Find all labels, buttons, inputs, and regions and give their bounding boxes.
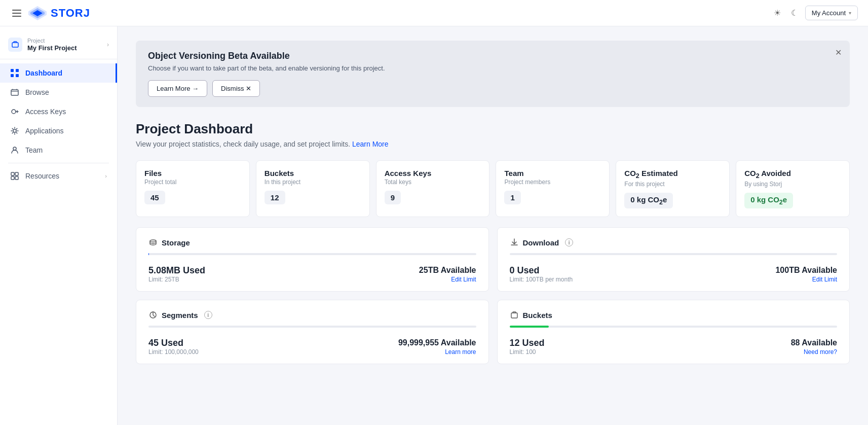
sidebar-item-browse[interactable]: Browse [0,83,117,102]
stat-files-label: Files [144,169,241,178]
stat-access-keys-label: Access Keys [385,169,481,178]
stat-team-value: 1 [504,191,520,204]
page-subtitle-text: View your project statistics, check dail… [136,140,352,148]
top-bar-left: STORJ [10,6,90,20]
storage-bar [148,253,476,255]
segments-footer: 45 Used Limit: 100,000,000 99,999,955 Av… [148,338,476,356]
applications-icon [10,126,19,135]
stats-grid: Files Project total 45 Buckets In this p… [136,160,850,217]
subtitle-learn-more-link[interactable]: Learn More [352,140,389,148]
download-avail-num: 100TB Available [775,266,837,275]
browse-icon [10,88,19,97]
sidebar-item-team[interactable]: Team [0,140,117,160]
sidebar-project[interactable]: Project My First Project › [0,30,117,59]
download-used-info: 0 Used Limit: 100TB per month [510,265,573,283]
my-account-label: My Account [812,9,846,17]
stat-co2-est-value: 0 kg CO2e [624,193,673,208]
storage-card-header: Storage [148,238,476,247]
segments-avail-num: 99,999,955 Available [398,338,476,347]
hamburger-menu[interactable] [10,8,23,19]
sidebar: Project My First Project › Dashboard Bro… [0,26,118,425]
download-info-icon[interactable]: i [565,238,573,246]
project-name: My First Project [27,44,77,52]
stat-buckets-value: 12 [265,191,285,204]
svg-rect-0 [12,43,18,47]
stat-card-co2-estimated: CO2 Estimated For this project 0 kg CO2e [616,160,730,217]
download-edit-limit-link[interactable]: Edit Limit [812,276,837,283]
sidebar-divider [8,163,109,163]
dismiss-button[interactable]: Dismiss ✕ [212,80,260,97]
page-title: Project Dashboard [136,121,850,137]
project-icon [8,38,22,52]
segments-learn-more-link[interactable]: Learn more [445,348,476,356]
svg-rect-14 [511,313,517,318]
buckets-used-limit: Limit: 100 [510,348,545,356]
svg-rect-3 [11,74,14,77]
sidebar-item-access-keys[interactable]: Access Keys [0,102,117,121]
svg-rect-10 [15,172,18,175]
svg-rect-9 [11,172,14,175]
storage-edit-limit-link[interactable]: Edit Limit [451,276,476,283]
buckets-need-more-link[interactable]: Need more? [804,348,837,356]
stat-files-sublabel: Project total [144,179,241,186]
learn-more-button[interactable]: Learn More → [148,80,207,97]
storage-card: Storage 5.08MB Used Limit: 25TB 25TB Ava… [136,227,489,292]
versioning-banner: ✕ Object Versioning Beta Available Choos… [136,41,850,107]
sidebar-applications-label: Applications [25,127,64,135]
stat-buckets-sublabel: In this project [265,179,361,186]
buckets-bar [510,326,838,328]
sidebar-project-info: Project My First Project [8,38,77,52]
segments-avail: 99,999,955 Available Learn more [398,338,476,356]
dismiss-label: Dismiss ✕ [221,85,251,92]
stat-co2-avd-value: 0 kg CO2e [744,193,793,208]
svg-rect-1 [11,69,14,72]
dashboard-icon [10,68,19,78]
sidebar-project-chevron: › [107,41,109,48]
segments-info-icon[interactable]: i [204,311,212,319]
segments-bar [148,326,476,328]
storage-footer: 5.08MB Used Limit: 25TB 25TB Available E… [148,265,476,283]
stat-co2-avd-label: CO2 Avoided [744,169,841,180]
sidebar-resources-label: Resources [25,172,59,180]
sidebar-item-dashboard[interactable]: Dashboard [0,63,117,83]
sidebar-item-applications[interactable]: Applications [0,121,117,140]
buckets-used-info: 12 Used Limit: 100 [510,338,545,356]
svg-rect-4 [16,74,19,77]
segments-title: Segments [162,311,198,320]
storage-avail: 25TB Available Edit Limit [419,266,476,283]
main-area: Project My First Project › Dashboard Bro… [0,26,868,425]
storage-used-limit: Limit: 25TB [148,276,205,283]
light-theme-button[interactable]: ☀ [771,5,784,21]
segments-icon [148,310,158,320]
svg-rect-11 [11,176,14,180]
stat-card-team: Team Project members 1 [496,160,610,217]
svg-point-7 [13,129,16,132]
storj-logo-icon [28,6,47,20]
buckets-bar-fill [510,326,549,328]
chevron-down-icon: ▾ [849,10,851,16]
my-account-button[interactable]: My Account ▾ [805,6,858,20]
segments-card: Segments i 45 Used Limit: 100,000,000 99… [136,300,489,364]
banner-close-button[interactable]: ✕ [835,48,842,57]
stat-team-sublabel: Project members [504,179,601,186]
stat-files-value: 45 [144,191,165,204]
stat-access-keys-value: 9 [385,191,401,204]
download-bar [510,253,838,255]
sidebar-item-resources[interactable]: Resources › [0,166,117,186]
download-icon [510,238,519,247]
dark-theme-button[interactable]: ☾ [788,5,801,21]
stat-card-buckets: Buckets In this project 12 [256,160,370,217]
svg-rect-5 [11,90,18,95]
storage-bar-fill [148,253,149,255]
svg-point-8 [13,147,16,150]
logo-text: STORJ [51,7,90,20]
main-content: ✕ Object Versioning Beta Available Choos… [118,26,868,425]
stat-card-files: Files Project total 45 [136,160,250,217]
download-card: Download i 0 Used Limit: 100TB per month… [497,227,850,292]
stat-co2-est-label: CO2 Estimated [624,169,721,180]
usage-grid-bottom: Segments i 45 Used Limit: 100,000,000 99… [136,300,850,364]
segments-card-header: Segments i [148,310,476,320]
banner-title: Object Versioning Beta Available [148,51,838,61]
sidebar-access-keys-label: Access Keys [25,108,66,116]
storage-used: 5.08MB Used [148,265,205,276]
